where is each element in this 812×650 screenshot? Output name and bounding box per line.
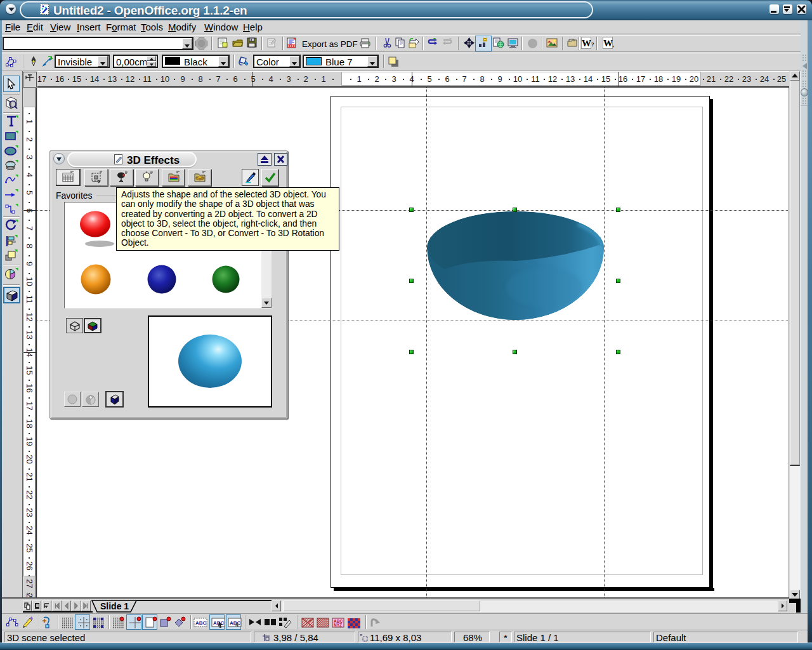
svg-text:NYZ: NYZ <box>334 623 342 627</box>
svg-text:ABC: ABC <box>195 620 207 626</box>
svg-text:ABC: ABC <box>230 620 241 626</box>
